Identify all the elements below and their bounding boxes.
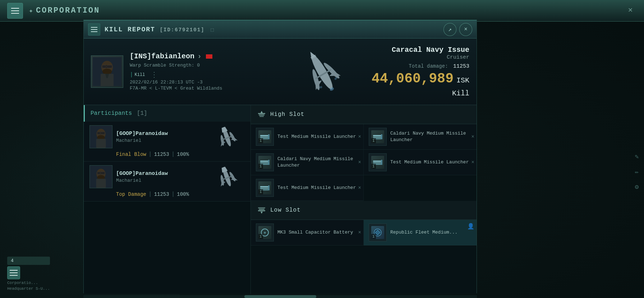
participant-avatar: [89, 165, 112, 188]
remove-icon[interactable]: ×: [472, 134, 474, 140]
ship-name-line: Caracal Navy Issue Cruiser: [369, 46, 469, 60]
counter-badge: 4: [7, 257, 50, 265]
equip-icon-box: + 1: [256, 224, 274, 241]
top-damage-label: Top Damage: [116, 191, 146, 197]
equip-qty: 1: [371, 138, 376, 143]
pen-icon[interactable]: ✏: [631, 166, 642, 177]
svg-rect-70: [381, 160, 382, 165]
participant-name-block: [GOOP]Paranoidaw Machariel: [116, 131, 205, 143]
svg-rect-3: [102, 65, 106, 68]
settings-icon[interactable]: ⚙: [631, 181, 642, 192]
total-damage-line: Total damage: 11253: [369, 63, 469, 69]
svg-rect-39: [97, 172, 100, 174]
panel-header: KILL REPORT [ID:6792101] ⬚ ↗ ×: [84, 21, 477, 39]
svg-rect-75: [258, 207, 265, 208]
equip-qty: 1: [258, 138, 263, 143]
bottom-left-ui: 4 Corporatio... Headquarter S-U...: [7, 257, 50, 291]
participants-panel: Participants [1]: [84, 105, 251, 294]
low-slot-icon: [257, 205, 267, 215]
person-icon: 👤: [467, 223, 474, 230]
remove-icon[interactable]: ×: [358, 159, 361, 165]
equip-item-highlighted: 1 Republic Fleet Medium... 👤: [364, 220, 477, 245]
remove-icon[interactable]: ×: [358, 134, 361, 140]
dots-menu[interactable]: ⋮: [151, 70, 159, 79]
equip-qty: 1: [258, 189, 263, 194]
edit-icon[interactable]: ✎: [631, 151, 642, 162]
participant-percent-1: 100%: [177, 152, 189, 157]
equip-item: 1 Test Medium Missile Launcher ×: [251, 124, 364, 150]
participant-ship-image-2: [209, 166, 245, 188]
remove-icon[interactable]: ×: [358, 230, 361, 235]
top-bar: ✦ CORPORATION ×: [0, 0, 644, 22]
svg-rect-4: [107, 65, 112, 68]
participant-row[interactable]: [GOOP]Paranoidaw Machariel: [84, 122, 250, 162]
participant-avatar: [89, 125, 112, 148]
equip-name: Test Medium Missile Launcher: [390, 159, 469, 166]
high-slot-icon: [257, 109, 267, 119]
side-icons: ✎ ✏ ⚙: [631, 151, 642, 192]
participant-ship-2: Machariel: [116, 178, 205, 183]
top-close-button[interactable]: ×: [624, 4, 637, 17]
isk-value: 44,060,989 ISK: [369, 71, 469, 86]
svg-marker-54: [261, 111, 263, 113]
equip-item: 1 Caldari Navy Medium Missile Launcher ×: [364, 124, 477, 150]
kill-status-badge: Kill: [130, 72, 145, 78]
equip-item: 1 Test Medium Missile Launcher ×: [251, 175, 364, 201]
svg-rect-27: [96, 139, 106, 148]
svg-rect-74: [268, 185, 270, 190]
equip-qty: 1: [371, 164, 376, 169]
equip-name: MK3 Small Capacitor Battery: [277, 229, 353, 236]
high-slot-header: High Slot: [251, 105, 477, 124]
participant-row[interactable]: [GOOP]Paranoidaw Machariel: [84, 162, 250, 202]
low-slot-title: Low Slot: [270, 207, 301, 213]
horizontal-scrollbar[interactable]: [83, 295, 477, 298]
equip-icon-box: 1: [369, 153, 387, 171]
participant-stats: Final Blow | 11253 | 100%: [89, 151, 245, 158]
participant-name: [GOOP]Paranoidaw: [116, 131, 205, 137]
equip-icon-box: 1: [256, 128, 274, 146]
svg-rect-51: [258, 113, 265, 114]
ship-display: [282, 42, 362, 101]
equip-qty: 1: [258, 164, 263, 169]
bottom-menu-button[interactable]: [7, 266, 20, 279]
participant-top: [GOOP]Paranoidaw Machariel: [89, 125, 245, 148]
svg-rect-40: [101, 172, 105, 174]
equip-item: + 1 MK3 Small Capacitor Battery ×: [251, 220, 364, 245]
victim-ship-image: [286, 45, 358, 99]
svg-text:+: +: [263, 231, 266, 236]
equipment-panel: High Slot 1: [251, 105, 477, 294]
participant-ship-image: [209, 126, 245, 148]
panel-close-button[interactable]: ×: [459, 23, 472, 36]
equip-name: Test Medium Missile Launcher: [277, 185, 356, 191]
svg-point-15: [319, 86, 322, 89]
export-button[interactable]: ↗: [443, 23, 456, 36]
equip-name: Republic Fleet Medium...: [390, 229, 457, 236]
participant-damage-2: 11253: [154, 191, 169, 197]
remove-icon[interactable]: ×: [358, 185, 361, 191]
kill-report-panel: KILL REPORT [ID:6792101] ⬚ ↗ ×: [83, 20, 477, 293]
copy-icon[interactable]: ⬚: [211, 27, 214, 33]
equip-icon-box: 1: [369, 224, 387, 241]
content-area: Participants [1]: [84, 105, 477, 294]
participant-damage-1: 11253: [154, 152, 169, 157]
svg-rect-24: [97, 132, 100, 134]
participant-stats-2: Top Damage | 11253 | 100%: [89, 191, 245, 198]
panel-title: KILL REPORT [ID:6792101] ⬚: [105, 26, 215, 33]
participant-top: [GOOP]Paranoidaw Machariel: [89, 165, 245, 188]
kill-type-label: Kill: [369, 89, 469, 98]
high-slot-grid: 1 Test Medium Missile Launcher ×: [251, 124, 477, 201]
kill-info-header: [INS]fabianleon › Warp Scramble Strength…: [84, 39, 477, 105]
participant-name-block: [GOOP]Paranoidaw Machariel: [116, 171, 205, 183]
menu-button[interactable]: [7, 3, 23, 19]
equip-item: 1 Caldari Navy Medium Missile Launcher ×: [251, 150, 364, 175]
remove-icon[interactable]: ×: [472, 159, 474, 165]
panel-menu-button[interactable]: [88, 23, 100, 36]
high-slot-title: High Slot: [270, 111, 304, 118]
svg-rect-52: [259, 114, 264, 116]
bottom-hq-label: Headquarter S-U...: [7, 286, 50, 291]
scrollbar-thumb[interactable]: [244, 295, 316, 298]
svg-rect-66: [268, 160, 270, 165]
corp-title: CORPORATION: [36, 6, 100, 15]
svg-rect-25: [101, 132, 105, 134]
equip-name: Caldari Navy Medium Missile Launcher: [277, 156, 358, 169]
